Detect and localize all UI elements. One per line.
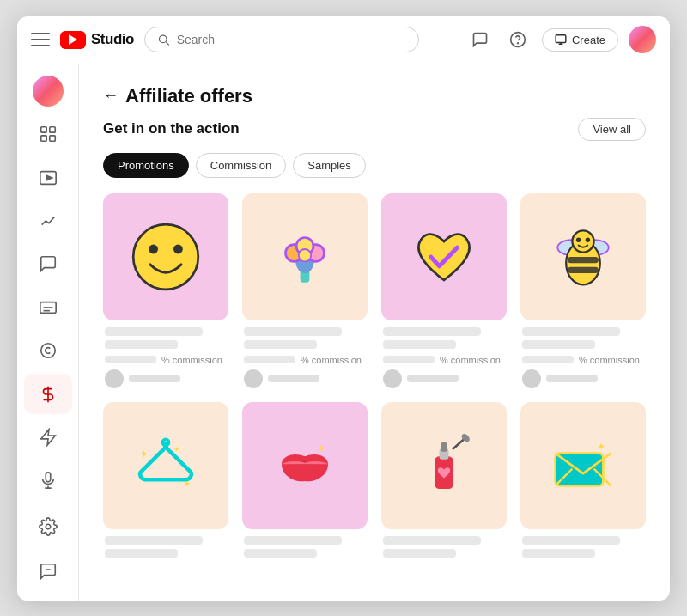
svg-rect-7 <box>40 136 46 141</box>
sidebar-item-videos[interactable] <box>24 157 72 197</box>
svg-point-0 <box>159 35 167 43</box>
product-name-skeleton <box>105 327 203 336</box>
tab-commission[interactable]: Commission <box>196 153 287 178</box>
svg-rect-8 <box>49 136 54 141</box>
sidebar-item-customization[interactable] <box>24 418 72 457</box>
sidebar-item-monetization[interactable] <box>24 374 72 413</box>
comment-icon[interactable] <box>466 26 494 53</box>
product-sub-skeleton-6 <box>244 549 317 558</box>
help-icon[interactable] <box>504 26 532 53</box>
sidebar-item-analytics[interactable] <box>24 201 72 241</box>
product-card-7[interactable] <box>381 402 507 558</box>
user-avatar[interactable] <box>629 26 656 53</box>
commission-pct-skeleton-4 <box>522 356 574 363</box>
commission-row-1: % commission <box>105 355 227 365</box>
brand-dot-4 <box>522 369 541 388</box>
tab-samples[interactable]: Samples <box>293 153 366 178</box>
product-card-8[interactable]: ✦ ✦ <box>520 402 646 558</box>
svg-point-38 <box>586 237 590 241</box>
sidebar-item-subtitles[interactable] <box>24 288 72 327</box>
commission-pct-skeleton-2 <box>244 356 295 363</box>
search-input[interactable] <box>177 33 406 46</box>
product-info-5 <box>103 536 228 558</box>
svg-point-20 <box>46 524 51 529</box>
lips-emoji: ✦ ✦ <box>266 427 344 504</box>
hamburger-icon[interactable] <box>31 33 50 46</box>
sidebar-item-feedback[interactable] <box>24 549 72 594</box>
product-image-5: ✦ ✦ ✦ <box>103 402 228 529</box>
product-card-2[interactable]: % commission <box>242 193 368 388</box>
brand-bar-3 <box>407 375 459 382</box>
header-right: Create <box>466 26 656 53</box>
svg-point-36 <box>572 230 593 252</box>
sidebar-item-dashboard[interactable] <box>24 114 72 154</box>
commission-pct-skeleton <box>105 356 156 363</box>
product-image-7 <box>381 402 507 529</box>
view-all-button[interactable]: View all <box>578 118 646 141</box>
svg-text:✦: ✦ <box>139 448 149 460</box>
product-image-6: ✦ ✦ <box>242 402 368 529</box>
section-header: Get in on the action View all <box>103 118 646 141</box>
svg-rect-5 <box>40 127 46 132</box>
sidebar-item-settings[interactable] <box>24 504 72 549</box>
svg-rect-35 <box>568 266 599 272</box>
product-image-1 <box>103 193 228 320</box>
commission-label-2: % commission <box>301 355 362 365</box>
monetization-icon <box>39 385 58 404</box>
product-card-6[interactable]: ✦ ✦ <box>242 402 368 558</box>
brand-bar-2 <box>268 375 319 382</box>
feedback-icon <box>39 562 58 581</box>
brand-row-1 <box>105 369 227 388</box>
svg-text:✦: ✦ <box>173 444 180 453</box>
sidebar-item-comments[interactable] <box>24 244 72 284</box>
commission-label-1: % commission <box>161 355 222 365</box>
svg-rect-47 <box>441 442 447 452</box>
product-sub-skeleton-3 <box>383 340 456 349</box>
sidebar-item-avatar[interactable] <box>24 71 72 111</box>
heart-check-emoji <box>405 218 483 296</box>
header-left: Studio <box>31 31 134 49</box>
svg-marker-16 <box>40 430 55 445</box>
sidebar-item-audio[interactable] <box>24 460 72 500</box>
svg-text:✦: ✦ <box>597 441 605 452</box>
product-sub-skeleton-5 <box>105 549 178 558</box>
brand-bar-4 <box>546 375 598 382</box>
svg-point-14 <box>40 344 55 358</box>
svg-rect-34 <box>568 257 599 263</box>
product-card-4[interactable]: % commission <box>520 193 646 388</box>
product-info-4: % commission <box>520 327 646 388</box>
brand-dot-2 <box>244 369 263 388</box>
product-name-skeleton-5 <box>105 536 203 545</box>
back-arrow-icon: ← <box>103 87 119 105</box>
commission-row-3: % commission <box>383 355 505 365</box>
tab-promotions[interactable]: Promotions <box>103 153 189 178</box>
product-card-1[interactable]: % commission <box>103 193 228 388</box>
dashboard-icon <box>39 125 58 143</box>
svg-point-37 <box>576 237 581 241</box>
audio-icon <box>39 471 58 490</box>
commission-pct-skeleton-3 <box>383 356 435 363</box>
create-button[interactable]: Create <box>542 28 618 52</box>
product-info-2: % commission <box>242 327 368 388</box>
commission-label-4: % commission <box>579 355 640 365</box>
search-bar[interactable] <box>144 27 419 52</box>
product-sub-skeleton-8 <box>522 549 595 558</box>
product-name-skeleton-7 <box>383 536 481 545</box>
product-name-skeleton-4 <box>522 327 620 336</box>
studio-label: Studio <box>91 31 134 48</box>
svg-rect-17 <box>46 473 51 482</box>
tabs-bar: Promotions Commission Samples <box>103 153 646 178</box>
sidebar-item-copyright[interactable] <box>24 331 72 370</box>
product-card-5[interactable]: ✦ ✦ ✦ <box>103 402 228 558</box>
svg-point-24 <box>173 244 183 253</box>
analytics-icon <box>39 211 58 230</box>
content-area: ← Affiliate offers Get in on the action … <box>79 64 670 601</box>
back-navigation[interactable]: ← Affiliate offers <box>103 85 646 107</box>
product-card-3[interactable]: % commission <box>381 193 507 388</box>
comments-icon <box>39 254 58 273</box>
brand-row-4 <box>522 369 644 388</box>
svg-marker-10 <box>46 175 52 180</box>
svg-line-1 <box>166 42 168 45</box>
product-info-8 <box>520 536 646 558</box>
logo[interactable]: Studio <box>60 31 134 49</box>
